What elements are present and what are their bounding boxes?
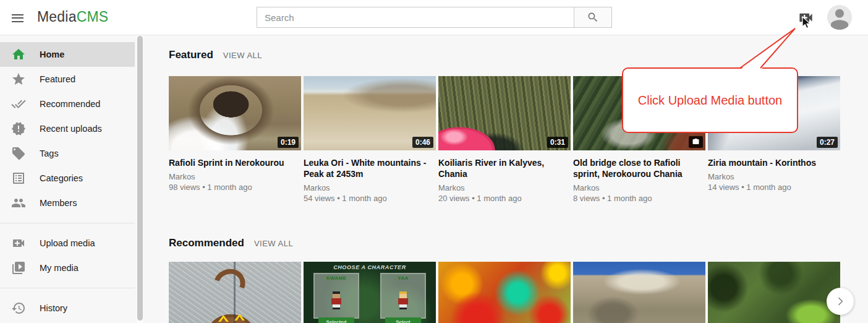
video-call-icon (11, 236, 26, 251)
sidebar-item-recent-uploads[interactable]: Recent uploads (0, 116, 135, 141)
sidebar-item-featured[interactable]: Featured (0, 67, 135, 92)
history-clock-icon (11, 301, 26, 316)
video-thumbnail[interactable]: 0:46 (304, 76, 436, 150)
video-thumbnail[interactable] (169, 262, 301, 323)
video-card[interactable]: CHOOSE A CHARACTER KWAME YAA Selected Se… (304, 262, 436, 323)
photo-badge (689, 136, 703, 148)
video-thumbnail[interactable] (573, 262, 705, 323)
thumb-game-name: YAA (381, 275, 425, 281)
video-thumbnail[interactable] (708, 262, 840, 323)
section-title-recommended: Recommended (169, 237, 244, 249)
user-avatar-button[interactable] (827, 5, 852, 30)
featured-view-all-link[interactable]: VIEW ALL (223, 51, 262, 60)
app-logo[interactable]: MediaCMS (37, 9, 108, 25)
video-author[interactable]: Markos (304, 183, 436, 193)
annotation-callout: Click Upload Media button (622, 67, 798, 133)
video-card[interactable] (438, 262, 571, 323)
thumb-game-panel-right: YAA (380, 273, 426, 319)
photo-camera-icon (692, 138, 700, 145)
sidebar-item-history[interactable]: History (0, 296, 135, 321)
sidebar-item-label: My media (40, 263, 79, 273)
sidebar-item-tags[interactable]: Tags (0, 141, 135, 166)
sidebar-item-my-media[interactable]: My media (0, 256, 135, 280)
sidebar-item-label: Categories (40, 173, 83, 183)
sidebar-item-label: Upload media (40, 238, 95, 248)
top-bar: MediaCMS (0, 0, 868, 35)
upload-media-button[interactable] (796, 9, 815, 27)
video-meta: 20 views • 1 month ago (438, 193, 571, 204)
sidebar-item-home[interactable]: Home (0, 42, 135, 67)
upload-media-icon (798, 9, 814, 26)
home-icon (11, 47, 26, 62)
scrollbar-thumb[interactable] (137, 36, 143, 321)
sidebar-scrollbar[interactable] (137, 35, 143, 323)
video-card[interactable] (708, 262, 840, 323)
sidebar-item-label: Tags (40, 149, 59, 158)
video-title[interactable]: Koiliaris River in Kalyves, Chania (438, 157, 571, 179)
thumb-game-title: CHOOSE A CHARACTER (304, 264, 436, 270)
sidebar-item-label: Recent uploads (40, 124, 102, 134)
sidebar-divider (0, 223, 135, 223)
sidebar-divider (0, 288, 135, 288)
search-input[interactable] (257, 7, 574, 28)
video-title[interactable]: Ziria mountain - Korinthos (708, 157, 840, 168)
thumb-game-panel-left: KWAME (313, 273, 359, 319)
search-bar (257, 7, 612, 28)
sidebar-item-members[interactable]: Members (0, 191, 135, 215)
chevron-right-icon (834, 295, 846, 308)
sidebar-item-upload-media[interactable]: Upload media (0, 231, 135, 256)
video-thumbnail[interactable]: CHOOSE A CHARACTER KWAME YAA Selected Se… (304, 262, 436, 323)
section-title-featured: Featured (169, 49, 213, 61)
duration-badge: 0:46 (412, 137, 433, 148)
video-meta: 14 views • 1 month ago (708, 182, 840, 192)
pumpkin-eye-shape (234, 314, 245, 321)
sidebar-item-label: History (40, 303, 67, 313)
recommended-view-all-link[interactable]: VIEW ALL (254, 239, 293, 248)
duration-badge: 0:31 (547, 137, 568, 148)
video-meta: 54 views • 1 month ago (304, 193, 436, 204)
video-thumbnail[interactable]: 0:31 (438, 76, 571, 150)
video-author[interactable]: Markos (169, 171, 301, 182)
video-title[interactable]: Old bridge close to Rafioli sprint, Nero… (573, 157, 705, 179)
double-check-icon (11, 97, 26, 111)
recommended-section: Recommended VIEW ALL CHOOSE A CHARACTER (169, 237, 868, 323)
hamburger-icon (12, 14, 23, 15)
sidebar-item-label: Members (40, 198, 77, 208)
video-card[interactable]: 0:46 Leuka Ori - White mountains - Peak … (304, 76, 436, 204)
video-card[interactable] (573, 262, 705, 323)
sidebar-item-label: Home (40, 50, 64, 59)
people-icon (11, 196, 26, 210)
video-meta: 8 views • 1 month ago (573, 193, 705, 204)
user-icon (827, 5, 852, 30)
thumb-game-button: Select (385, 317, 421, 323)
sidebar-item-label: Recommended (40, 99, 100, 109)
new-releases-icon (11, 121, 26, 136)
sidebar: Home Featured Recommended Recent uploads… (0, 35, 135, 323)
video-thumbnail[interactable]: 0:19 (169, 76, 301, 150)
thumb-game-character (398, 291, 409, 309)
video-author[interactable]: Markos (708, 171, 840, 182)
video-meta: 98 views • 1 month ago (169, 182, 301, 192)
video-card[interactable]: 0:19 Rafioli Sprint in Nerokourou Markos… (169, 76, 301, 204)
duration-badge: 0:27 (817, 137, 838, 148)
video-title[interactable]: Rafioli Sprint in Nerokourou (169, 157, 301, 168)
sidebar-item-recommended[interactable]: Recommended (0, 92, 135, 116)
video-title[interactable]: Leuka Ori - White mountains - Peak at 24… (304, 157, 436, 179)
pumpkin-hook-shape (208, 264, 250, 304)
star-icon (11, 72, 26, 87)
thumb-game-name: KWAME (315, 275, 358, 281)
logo-media: Media (37, 9, 77, 25)
video-library-icon (11, 261, 26, 275)
video-thumbnail[interactable] (438, 262, 571, 323)
hamburger-menu-button[interactable] (7, 8, 27, 28)
pumpkin-eye-shape (218, 315, 229, 322)
video-card[interactable]: 0:31 Koiliaris River in Kalyves, Chania … (438, 76, 571, 204)
video-card[interactable] (169, 262, 301, 323)
sidebar-item-categories[interactable]: Categories (0, 166, 135, 191)
video-author[interactable]: Markos (438, 183, 571, 193)
carousel-next-button[interactable] (827, 288, 854, 315)
tag-icon (11, 146, 26, 161)
thumb-game-button: Selected (318, 317, 354, 323)
video-author[interactable]: Markos (573, 183, 705, 193)
search-button[interactable] (574, 7, 612, 28)
